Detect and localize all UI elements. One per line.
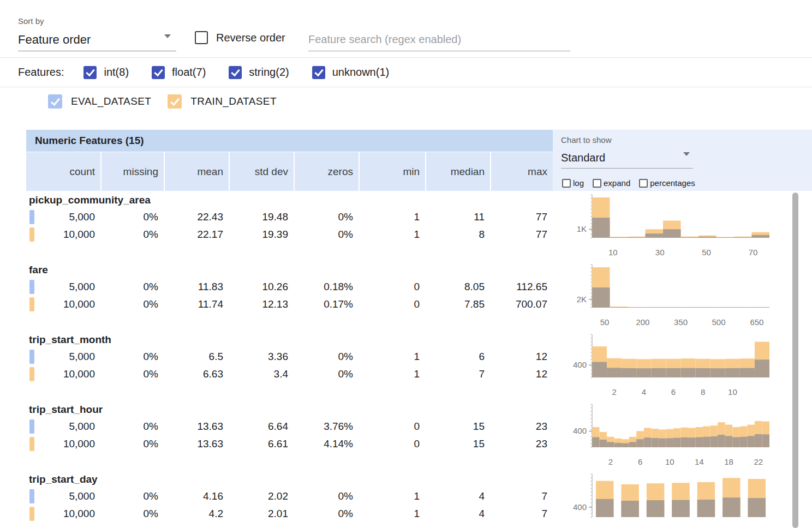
svg-text:400: 400 [573,426,587,435]
svg-text:8: 8 [701,387,705,397]
svg-text:18: 18 [724,457,733,466]
train-stats-row: 10,0000%6.633.40%1712 [26,365,553,383]
stat-value: 0% [101,226,164,243]
train-dataset-swatch [29,227,34,242]
stat-value: 112.65 [491,278,553,296]
svg-text:500: 500 [712,317,726,327]
chart-option-log[interactable]: log [562,178,584,188]
stat-value: 0% [101,488,164,505]
stat-value: 0% [101,348,164,365]
eval-stats-row: 5,0000%6.53.360%1612 [26,348,553,365]
stat-value: 12.13 [230,296,294,313]
stat-value: 77 [491,226,553,243]
svg-text:2: 2 [612,387,616,397]
column-header-min: min [360,152,425,191]
stat-value: 0% [101,278,164,296]
stat-value: 2.01 [230,505,294,523]
feature-search-input[interactable] [308,28,570,51]
stat-value: 5,000 [26,418,100,435]
svg-text:2K: 2K [577,295,587,304]
stat-value: 12 [491,365,553,383]
eval-stats-row: 5,0000%13.636.643.76%01523 [26,418,553,435]
svg-text:6: 6 [671,387,676,397]
stat-value: 3.76% [295,418,359,435]
stat-value: 0 [360,435,425,453]
stat-value: 5,000 [26,348,100,365]
feature-name: trip_start_month [26,332,553,348]
stat-value: 7 [491,488,553,505]
stat-value: 1 [360,208,425,226]
svg-text:4: 4 [642,387,646,397]
column-header-missing: missing [101,152,164,191]
features-filter: Features: int(8)float(7)string(2)unknown… [18,58,412,87]
feature-type-checkbox-float[interactable]: float(7) [152,66,206,79]
stat-value: 15 [426,418,490,435]
stat-value: 8 [426,226,490,243]
eval-dataset-swatch [29,489,34,503]
svg-text:2: 2 [608,457,613,466]
chart-panel: Chart to show Standard logexpandpercenta… [553,130,812,191]
dataset-toggle-eval_dataset[interactable]: EVAL_DATASET [48,94,151,109]
stat-value: 3.36 [230,348,294,365]
checkbox-unchecked-icon [639,179,648,188]
stat-value: 10.26 [230,278,294,296]
checkbox-unchecked-icon [562,179,571,188]
stat-value: 0% [101,208,164,226]
stat-value: 4.16 [165,488,229,505]
stat-value: 23 [491,435,553,453]
feature-type-checkbox-int[interactable]: int(8) [83,66,129,79]
dataset-legend: EVAL_DATASETTRAIN_DATASET [48,94,277,109]
stat-value: 6.61 [230,435,294,453]
dataset-toggle-train_dataset[interactable]: TRAIN_DATASET [168,94,277,109]
stat-value: 0% [295,488,359,505]
chart-type-select[interactable]: Standard [561,148,693,169]
chart-options: logexpandpercentages [562,178,695,188]
stat-value: 0% [295,226,359,243]
stat-value: 15 [426,435,490,453]
chart-option-expand[interactable]: expand [593,178,630,188]
checkbox-unchecked-icon [195,31,208,44]
histogram-trip_start_hour: 4002610141822 [562,401,780,471]
stat-value: 4 [426,505,490,523]
stat-value: 5,000 [26,488,100,505]
eval-dataset-swatch [29,280,34,294]
stat-value: 7 [426,365,490,383]
checkbox-checked-icon [312,66,325,79]
stat-value: 13.63 [165,418,229,435]
column-headers: countmissingmeanstd devzerosminmedianmax [26,152,553,191]
svg-text:1K: 1K [577,224,587,233]
feature-name: trip_start_hour [26,401,553,418]
column-header-zeros: zeros [295,152,359,191]
chart-to-show-label: Chart to show [561,135,612,145]
divider [0,87,812,87]
stat-value: 6.64 [230,418,294,435]
eval-stats-row: 5,0000%11.8310.260.18%08.05112.65 [26,278,553,296]
sort-order-select[interactable]: Feature order [18,28,176,51]
histogram-block-pickup_community_area: 1K10305070 [562,192,780,262]
eval-dataset-swatch [29,350,34,364]
dataset-label: TRAIN_DATASET [190,95,277,107]
chevron-down-icon [683,156,690,169]
stat-value: 22.43 [165,208,229,226]
stat-value: 10,000 [26,296,100,313]
feature-name: pickup_community_area [26,192,553,208]
train-stats-row: 10,0000%11.7412.130.17%07.85700.07 [26,296,553,313]
stat-value: 2.02 [230,488,294,505]
feature-type-checkbox-unknown[interactable]: unknown(1) [312,66,390,79]
reverse-order-checkbox[interactable]: Reverse order [195,31,285,44]
histogram-block-fare: 2K50200350500650 [562,262,780,332]
chart-type-value: Standard [561,152,605,164]
stat-value: 10,000 [26,365,100,383]
stat-value: 10,000 [26,226,100,243]
feature-block-trip_start_hour: trip_start_hour5,0000%13.636.643.76%0152… [26,401,553,471]
stat-value: 5,000 [26,278,100,296]
svg-text:50: 50 [702,248,711,257]
feature-type-checkbox-string[interactable]: string(2) [229,66,289,79]
train-stats-row: 10,0000%13.636.614.14%01523 [26,435,553,453]
vertical-scrollbar[interactable] [792,193,798,528]
feature-type-label: unknown(1) [332,66,390,79]
chart-option-percentages[interactable]: percentages [639,178,695,188]
histogram-trip_start_day: 400 [562,471,780,528]
stat-value: 0% [295,348,359,365]
stat-value: 4 [426,488,490,505]
